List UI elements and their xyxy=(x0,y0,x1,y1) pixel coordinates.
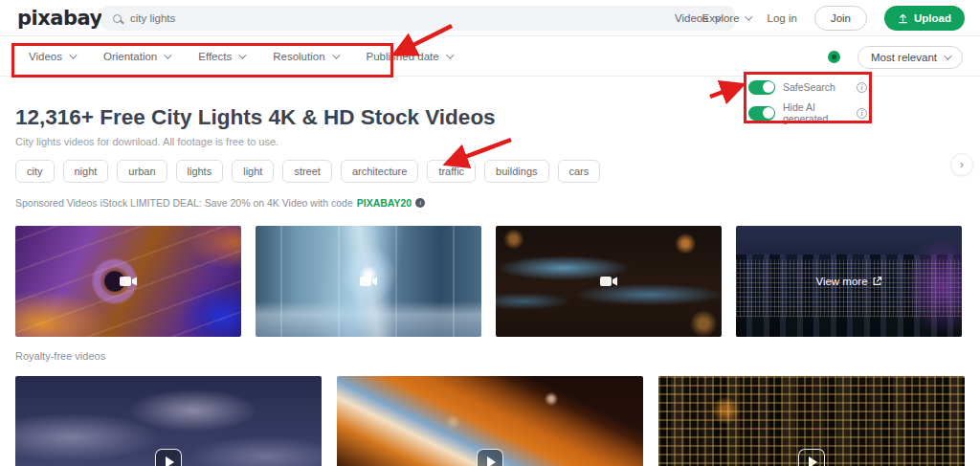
info-icon[interactable]: i xyxy=(415,198,425,208)
upload-icon xyxy=(898,13,908,24)
filter-bar-right: Most relevant xyxy=(828,37,963,77)
filter-label: Orientation xyxy=(103,51,157,62)
purple-glow-graphic xyxy=(904,237,962,337)
pixabay-logo[interactable]: pixabay xyxy=(17,7,102,30)
filter-media-type[interactable]: Videos xyxy=(29,51,75,62)
chevron-down-icon xyxy=(69,51,77,58)
search-icon xyxy=(113,14,122,23)
tag-cars[interactable]: cars xyxy=(558,160,601,183)
sponsored-text: Sponsored Videos iStock LIMITED DEAL: Sa… xyxy=(15,197,353,209)
play-icon xyxy=(477,449,503,466)
safesearch-row: SafeSearch i xyxy=(748,76,867,99)
video-highrise-windows[interactable] xyxy=(658,376,965,466)
royalty-free-section-label: Royalty-free videos xyxy=(15,350,105,362)
filter-dropdowns: Videos Orientation Effects Resolution Pu… xyxy=(29,51,452,62)
tag-street[interactable]: street xyxy=(282,160,332,183)
join-button[interactable]: Join xyxy=(814,6,867,31)
tag-night[interactable]: night xyxy=(63,160,109,183)
explore-label: Explore xyxy=(702,12,740,24)
filter-effects[interactable]: Effects xyxy=(198,51,244,62)
sponsored-video-row: View more xyxy=(15,226,962,337)
play-icon xyxy=(155,449,182,466)
related-tags: city night urban lights light street arc… xyxy=(15,160,600,183)
safesearch-label: SafeSearch xyxy=(783,81,857,93)
royalty-free-video-row xyxy=(15,376,965,466)
filter-orientation[interactable]: Orientation xyxy=(103,51,169,62)
tags-scroll-next-button[interactable]: › xyxy=(950,153,973,176)
filter-bar: Videos Orientation Effects Resolution Pu… xyxy=(0,37,980,77)
chevron-down-icon xyxy=(238,51,246,58)
page-subtitle: City lights videos for download. All foo… xyxy=(15,136,278,147)
settings-icon[interactable] xyxy=(828,51,840,63)
upload-button[interactable]: Upload xyxy=(884,6,965,31)
hide-ai-toggle[interactable] xyxy=(748,106,775,121)
filter-label: Published date xyxy=(367,51,439,62)
video-camera-icon xyxy=(360,276,377,287)
tag-traffic[interactable]: traffic xyxy=(427,160,476,183)
view-more-label: View more xyxy=(815,276,867,287)
tag-urban[interactable]: urban xyxy=(117,160,167,183)
filter-label: Resolution xyxy=(273,51,324,62)
filter-published-date[interactable]: Published date xyxy=(367,51,452,62)
top-navbar: pixabay Videos Explore Log in Join Up xyxy=(0,0,980,36)
sort-dropdown[interactable]: Most relevant xyxy=(858,46,963,69)
sponsored-view-more-card[interactable]: View more xyxy=(736,226,962,337)
chevron-down-icon xyxy=(164,51,171,58)
chevron-right-icon: › xyxy=(960,158,964,171)
hide-ai-row: Hide AI generated i xyxy=(748,101,867,124)
tag-lights[interactable]: lights xyxy=(176,160,224,183)
sponsored-video-aerial-interchange[interactable] xyxy=(15,226,241,337)
hide-ai-label: Hide AI generated xyxy=(783,101,857,124)
login-label: Log in xyxy=(768,12,797,24)
login-link[interactable]: Log in xyxy=(768,12,797,24)
filter-label: Videos xyxy=(29,51,62,62)
video-camera-icon xyxy=(600,276,617,287)
external-link-icon xyxy=(873,277,882,286)
tag-city[interactable]: city xyxy=(15,160,55,183)
upload-label: Upload xyxy=(914,12,951,24)
filter-label: Effects xyxy=(198,51,232,62)
search-settings-panel: SafeSearch i Hide AI generated i xyxy=(748,76,867,127)
sponsored-video-blue-light-trails[interactable] xyxy=(496,226,722,337)
play-icon xyxy=(798,449,825,466)
chevron-down-icon xyxy=(332,51,340,58)
sponsored-banner: Sponsored Videos iStock LIMITED DEAL: Sa… xyxy=(15,197,425,209)
tag-light[interactable]: light xyxy=(232,160,274,183)
tag-buildings[interactable]: buildings xyxy=(484,160,548,183)
view-more-link[interactable]: View more xyxy=(815,276,881,287)
video-camera-icon xyxy=(120,276,137,287)
tag-architecture[interactable]: architecture xyxy=(341,160,418,183)
chevron-down-icon xyxy=(446,51,454,58)
header-nav: Explore Log in Join Upload xyxy=(702,0,965,36)
pixabay-video-search-page: pixabay Videos Explore Log in Join Up xyxy=(0,0,980,466)
video-orange-light-trails[interactable] xyxy=(337,376,643,466)
promo-code-link[interactable]: PIXABAY20 xyxy=(357,197,412,209)
sort-label: Most relevant xyxy=(871,52,937,63)
filter-resolution[interactable]: Resolution xyxy=(273,51,337,62)
chevron-down-icon xyxy=(944,52,951,59)
info-icon[interactable]: i xyxy=(857,108,867,119)
video-night-sky-clouds[interactable] xyxy=(15,376,322,466)
sponsored-video-motion-blur-street[interactable] xyxy=(256,226,481,337)
info-icon[interactable]: i xyxy=(857,82,867,93)
page-title: 12,316+ Free City Lights 4K & HD Stock V… xyxy=(15,105,496,130)
search-bar[interactable]: Videos xyxy=(101,6,735,31)
annotation-arrow-toggles xyxy=(710,86,739,97)
search-input[interactable] xyxy=(130,12,667,24)
chevron-down-icon xyxy=(745,12,752,20)
safesearch-toggle[interactable] xyxy=(748,80,775,95)
explore-menu[interactable]: Explore xyxy=(702,12,750,24)
